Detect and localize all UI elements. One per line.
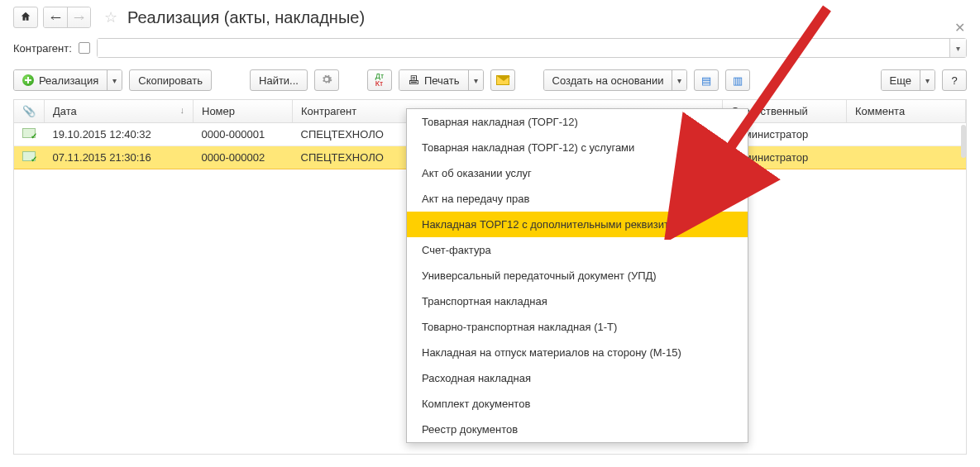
print-menu-item[interactable]: Акт на передачу прав (407, 186, 748, 212)
print-menu-item[interactable]: Товарная накладная (ТОРГ-12) с услугами (407, 135, 748, 160)
cell-number: 0000-000002 (194, 146, 293, 169)
print-menu-item[interactable]: Акт об оказании услуг (407, 160, 748, 186)
print-menu-item[interactable]: Товарно-транспортная накладная (1-Т) (407, 314, 748, 340)
filter-label-counterparty: Контрагент: (13, 42, 72, 55)
print-menu-item[interactable]: Универсальный передаточный документ (УПД… (407, 263, 748, 288)
print-label: Печать (424, 74, 460, 87)
document-icon: ▤ (701, 74, 711, 87)
home-icon (20, 11, 31, 25)
toolbar: Реализация ▾ Скопировать Найти... ДтКт 🖶… (0, 66, 980, 94)
print-menu-item[interactable]: Накладная на отпуск материалов на сторон… (407, 340, 748, 365)
plus-icon (22, 74, 34, 86)
realize-split-button: Реализация ▾ (13, 69, 122, 91)
dtkt-button[interactable]: ДтКт (367, 69, 392, 91)
print-split-button: 🖶 Печать ▾ (399, 69, 484, 91)
print-menu-item[interactable]: Комплект документов (407, 391, 748, 417)
close-button[interactable]: ✕ (954, 20, 965, 36)
printer-icon: 🖶 (408, 74, 419, 87)
arrow-right-icon: 🡒 (74, 12, 84, 24)
col-date-label: Дата (53, 105, 77, 117)
more-button[interactable]: Еще (882, 70, 920, 90)
nav-back-forward: 🡐 🡒 (43, 7, 91, 28)
print-menu-item[interactable]: Расходная накладная (407, 365, 748, 391)
scrollbar[interactable] (961, 125, 966, 158)
create-based-dropdown-arrow[interactable]: ▾ (672, 70, 686, 90)
copy-button[interactable]: Скопировать (129, 69, 212, 91)
col-comment[interactable]: Коммента (847, 100, 966, 123)
cell-comment (847, 123, 966, 146)
arrow-left-icon: 🡐 (50, 12, 61, 24)
print-dropdown-menu: Товарная накладная (ТОРГ-12)Товарная нак… (406, 108, 748, 443)
realize-button[interactable]: Реализация (14, 70, 107, 90)
col-date[interactable]: Дата ↓ (45, 100, 194, 123)
col-number-label: Номер (202, 105, 235, 117)
help-button[interactable]: ? (942, 69, 967, 91)
row-status-icon (22, 128, 36, 138)
help-label: ? (951, 74, 957, 87)
filter-checkbox[interactable] (79, 42, 90, 54)
print-menu-item[interactable]: Счет-фактура (407, 237, 748, 263)
filter-input-wrap: ▾ (97, 38, 967, 58)
cell-date: 07.11.2015 21:30:16 (45, 146, 194, 169)
create-based-label: Создать на основании (552, 74, 664, 87)
create-based-button[interactable]: Создать на основании (544, 70, 672, 90)
more-split-button: Еще ▾ (881, 69, 935, 91)
create-based-split-button: Создать на основании ▾ (543, 69, 688, 91)
col-attach[interactable]: 📎 (14, 100, 45, 123)
counterparty-filter-input[interactable] (98, 39, 949, 57)
home-button[interactable] (13, 7, 38, 28)
doc-icon-button-1[interactable]: ▤ (694, 69, 719, 91)
filter-dropdown-button[interactable]: ▾ (949, 39, 966, 57)
print-menu-item[interactable]: Реестр документов (407, 417, 748, 442)
page-title: Реализация (акты, накладные) (127, 8, 365, 27)
attach-icon: 📎 (22, 105, 36, 117)
document-lines-icon: ▥ (733, 74, 743, 87)
doc-icon-button-2[interactable]: ▥ (725, 69, 750, 91)
realize-label: Реализация (39, 74, 98, 87)
col-counterparty-label: Контрагент (301, 105, 356, 117)
settings-button[interactable] (314, 69, 339, 91)
mail-icon (496, 75, 509, 85)
mail-button[interactable] (490, 69, 515, 91)
col-number[interactable]: Номер (194, 100, 293, 123)
print-menu-item[interactable]: Накладная ТОРГ12 с дополнительными рекви… (407, 212, 748, 237)
print-button[interactable]: 🖶 Печать (399, 70, 468, 90)
print-dropdown-arrow[interactable]: ▾ (468, 70, 483, 90)
favorite-star-icon[interactable]: ☆ (104, 8, 117, 26)
sort-arrow-icon: ↓ (180, 105, 185, 115)
cell-date: 19.10.2015 12:40:32 (45, 123, 194, 146)
forward-button[interactable]: 🡒 (67, 7, 90, 27)
row-status-icon (22, 151, 36, 161)
cell-comment (847, 146, 966, 169)
realize-dropdown-arrow[interactable]: ▾ (107, 70, 122, 90)
print-menu-item[interactable]: Товарная накладная (ТОРГ-12) (407, 109, 748, 135)
more-label: Еще (890, 74, 911, 87)
col-comment-label: Коммента (855, 105, 905, 117)
gear-icon (321, 74, 332, 88)
cell-number: 0000-000001 (194, 123, 293, 146)
back-button[interactable]: 🡐 (44, 7, 67, 27)
print-menu-item[interactable]: Транспортная накладная (407, 288, 748, 314)
find-button[interactable]: Найти... (250, 69, 308, 91)
find-label: Найти... (259, 74, 299, 87)
copy-label: Скопировать (138, 74, 203, 87)
dtkt-icon: ДтКт (375, 73, 384, 88)
more-dropdown-arrow[interactable]: ▾ (920, 70, 935, 90)
